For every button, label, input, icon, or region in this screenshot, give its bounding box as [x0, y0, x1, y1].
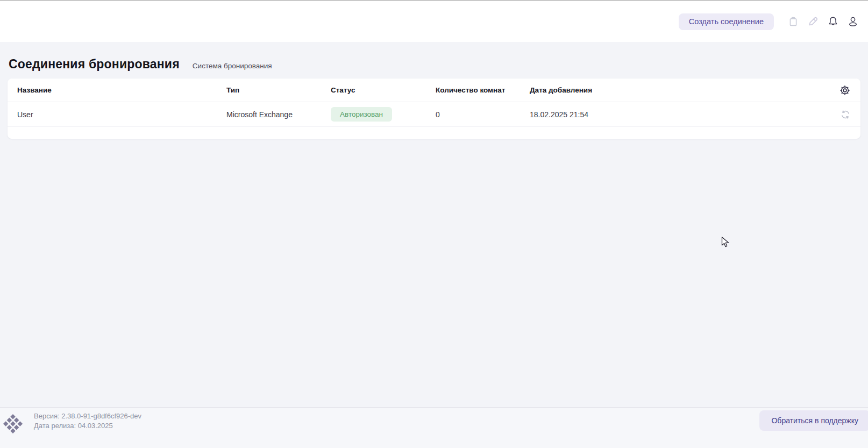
pencil-icon[interactable] — [807, 15, 820, 28]
cell-type: Microsoft Exchange — [226, 110, 331, 119]
version-info: Версия: 2.38.0-91-g8df6cf926-dev Дата ре… — [34, 411, 141, 431]
version-text: Версия: 2.38.0-91-g8df6cf926-dev — [34, 411, 141, 421]
sync-icon[interactable] — [840, 109, 851, 120]
cell-rooms: 0 — [436, 110, 530, 119]
cell-status: Авторизован — [331, 107, 436, 122]
create-connection-button[interactable]: Создать соединение — [679, 13, 774, 30]
cell-added: 18.02.2025 21:54 — [530, 110, 827, 119]
page-header: Соединения бронирования Система брониров… — [0, 42, 868, 72]
column-header-rooms: Количество комнат — [436, 86, 530, 94]
table-row[interactable]: User Microsoft Exchange Авторизован 0 18… — [8, 102, 860, 127]
status-badge: Авторизован — [331, 107, 392, 122]
mouse-cursor — [721, 237, 730, 248]
connections-table-card: Название Тип Статус Количество комнат Да… — [8, 79, 860, 139]
topbar: Создать соединение — [0, 0, 868, 42]
diamond-cluster-logo — [3, 413, 23, 435]
contact-support-button[interactable]: Обратиться в поддержку — [759, 410, 868, 431]
column-header-name: Название — [17, 86, 226, 94]
release-date-text: Дата релиза: 04.03.2025 — [34, 421, 141, 431]
footer: Версия: 2.38.0-91-g8df6cf926-dev Дата ре… — [0, 407, 868, 448]
cell-name: User — [17, 110, 226, 119]
trash-icon[interactable] — [787, 15, 800, 28]
bell-icon[interactable] — [827, 15, 839, 28]
gear-icon[interactable] — [839, 84, 851, 96]
page-title: Соединения бронирования — [9, 57, 180, 72]
table-bottom-padding — [8, 127, 860, 139]
user-icon[interactable] — [846, 15, 859, 28]
column-header-type: Тип — [226, 86, 331, 94]
table-header-row: Название Тип Статус Количество комнат Да… — [8, 79, 860, 102]
column-header-status: Статус — [331, 86, 436, 94]
column-header-added: Дата добавления — [530, 86, 827, 94]
page-subtitle: Система бронирования — [193, 62, 272, 70]
